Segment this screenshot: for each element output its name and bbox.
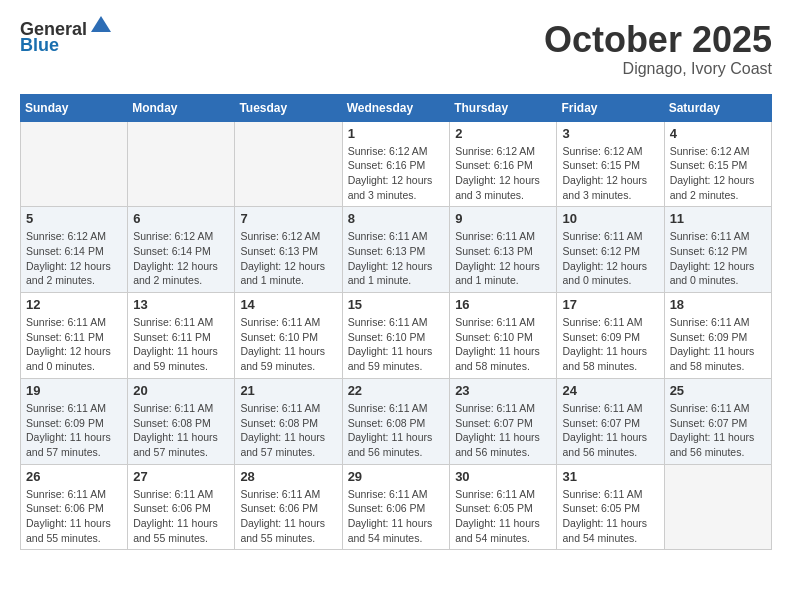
weekday-header-saturday: Saturday [664,94,771,121]
day-info: Sunrise: 6:11 AM Sunset: 6:07 PM Dayligh… [670,401,766,460]
calendar-cell: 27Sunrise: 6:11 AM Sunset: 6:06 PM Dayli… [128,464,235,550]
day-number: 19 [26,383,122,398]
weekday-header-sunday: Sunday [21,94,128,121]
day-info: Sunrise: 6:11 AM Sunset: 6:05 PM Dayligh… [562,487,658,546]
day-number: 25 [670,383,766,398]
calendar-week-row: 5Sunrise: 6:12 AM Sunset: 6:14 PM Daylig… [21,207,772,293]
day-info: Sunrise: 6:11 AM Sunset: 6:13 PM Dayligh… [455,229,551,288]
day-info: Sunrise: 6:11 AM Sunset: 6:09 PM Dayligh… [562,315,658,374]
day-info: Sunrise: 6:11 AM Sunset: 6:08 PM Dayligh… [133,401,229,460]
day-info: Sunrise: 6:11 AM Sunset: 6:11 PM Dayligh… [133,315,229,374]
weekday-header-friday: Friday [557,94,664,121]
calendar-cell: 5Sunrise: 6:12 AM Sunset: 6:14 PM Daylig… [21,207,128,293]
month-title: October 2025 [544,20,772,60]
calendar-cell: 23Sunrise: 6:11 AM Sunset: 6:07 PM Dayli… [450,378,557,464]
calendar-cell: 30Sunrise: 6:11 AM Sunset: 6:05 PM Dayli… [450,464,557,550]
day-info: Sunrise: 6:11 AM Sunset: 6:10 PM Dayligh… [240,315,336,374]
calendar-cell: 22Sunrise: 6:11 AM Sunset: 6:08 PM Dayli… [342,378,450,464]
day-number: 10 [562,211,658,226]
calendar-week-row: 12Sunrise: 6:11 AM Sunset: 6:11 PM Dayli… [21,293,772,379]
day-number: 8 [348,211,445,226]
calendar-week-row: 1Sunrise: 6:12 AM Sunset: 6:16 PM Daylig… [21,121,772,207]
calendar-cell: 3Sunrise: 6:12 AM Sunset: 6:15 PM Daylig… [557,121,664,207]
calendar-cell: 12Sunrise: 6:11 AM Sunset: 6:11 PM Dayli… [21,293,128,379]
calendar-cell: 11Sunrise: 6:11 AM Sunset: 6:12 PM Dayli… [664,207,771,293]
calendar-cell [235,121,342,207]
day-info: Sunrise: 6:11 AM Sunset: 6:06 PM Dayligh… [133,487,229,546]
day-info: Sunrise: 6:11 AM Sunset: 6:08 PM Dayligh… [240,401,336,460]
day-info: Sunrise: 6:11 AM Sunset: 6:09 PM Dayligh… [670,315,766,374]
calendar-cell [21,121,128,207]
day-number: 4 [670,126,766,141]
calendar-cell: 2Sunrise: 6:12 AM Sunset: 6:16 PM Daylig… [450,121,557,207]
title-block: October 2025 Dignago, Ivory Coast [544,20,772,78]
day-info: Sunrise: 6:12 AM Sunset: 6:16 PM Dayligh… [348,144,445,203]
calendar-cell: 4Sunrise: 6:12 AM Sunset: 6:15 PM Daylig… [664,121,771,207]
weekday-header-monday: Monday [128,94,235,121]
day-number: 7 [240,211,336,226]
day-info: Sunrise: 6:11 AM Sunset: 6:13 PM Dayligh… [348,229,445,288]
day-number: 12 [26,297,122,312]
day-info: Sunrise: 6:11 AM Sunset: 6:09 PM Dayligh… [26,401,122,460]
weekday-header-wednesday: Wednesday [342,94,450,121]
day-info: Sunrise: 6:11 AM Sunset: 6:10 PM Dayligh… [348,315,445,374]
day-info: Sunrise: 6:11 AM Sunset: 6:05 PM Dayligh… [455,487,551,546]
day-number: 22 [348,383,445,398]
logo-icon [89,14,113,38]
day-number: 5 [26,211,122,226]
day-number: 30 [455,469,551,484]
day-number: 16 [455,297,551,312]
day-info: Sunrise: 6:11 AM Sunset: 6:06 PM Dayligh… [348,487,445,546]
day-number: 1 [348,126,445,141]
day-number: 21 [240,383,336,398]
calendar-cell: 7Sunrise: 6:12 AM Sunset: 6:13 PM Daylig… [235,207,342,293]
day-info: Sunrise: 6:12 AM Sunset: 6:16 PM Dayligh… [455,144,551,203]
day-number: 29 [348,469,445,484]
logo-blue: Blue [20,36,113,56]
day-number: 2 [455,126,551,141]
calendar-cell: 1Sunrise: 6:12 AM Sunset: 6:16 PM Daylig… [342,121,450,207]
day-info: Sunrise: 6:11 AM Sunset: 6:06 PM Dayligh… [26,487,122,546]
calendar-cell: 21Sunrise: 6:11 AM Sunset: 6:08 PM Dayli… [235,378,342,464]
calendar-cell: 14Sunrise: 6:11 AM Sunset: 6:10 PM Dayli… [235,293,342,379]
calendar-cell: 20Sunrise: 6:11 AM Sunset: 6:08 PM Dayli… [128,378,235,464]
day-info: Sunrise: 6:11 AM Sunset: 6:12 PM Dayligh… [670,229,766,288]
day-info: Sunrise: 6:11 AM Sunset: 6:06 PM Dayligh… [240,487,336,546]
day-info: Sunrise: 6:12 AM Sunset: 6:15 PM Dayligh… [670,144,766,203]
calendar-cell: 19Sunrise: 6:11 AM Sunset: 6:09 PM Dayli… [21,378,128,464]
day-number: 17 [562,297,658,312]
calendar-cell: 17Sunrise: 6:11 AM Sunset: 6:09 PM Dayli… [557,293,664,379]
calendar-week-row: 19Sunrise: 6:11 AM Sunset: 6:09 PM Dayli… [21,378,772,464]
day-info: Sunrise: 6:12 AM Sunset: 6:15 PM Dayligh… [562,144,658,203]
svg-marker-0 [91,16,111,32]
day-number: 18 [670,297,766,312]
calendar-cell: 9Sunrise: 6:11 AM Sunset: 6:13 PM Daylig… [450,207,557,293]
day-number: 23 [455,383,551,398]
weekday-header-row: SundayMondayTuesdayWednesdayThursdayFrid… [21,94,772,121]
day-number: 26 [26,469,122,484]
calendar-cell: 31Sunrise: 6:11 AM Sunset: 6:05 PM Dayli… [557,464,664,550]
calendar-cell [128,121,235,207]
day-number: 15 [348,297,445,312]
day-info: Sunrise: 6:12 AM Sunset: 6:14 PM Dayligh… [133,229,229,288]
day-number: 13 [133,297,229,312]
day-info: Sunrise: 6:11 AM Sunset: 6:12 PM Dayligh… [562,229,658,288]
day-number: 6 [133,211,229,226]
calendar-cell: 8Sunrise: 6:11 AM Sunset: 6:13 PM Daylig… [342,207,450,293]
weekday-header-tuesday: Tuesday [235,94,342,121]
calendar-cell: 28Sunrise: 6:11 AM Sunset: 6:06 PM Dayli… [235,464,342,550]
calendar-cell [664,464,771,550]
day-info: Sunrise: 6:12 AM Sunset: 6:14 PM Dayligh… [26,229,122,288]
page-header: General Blue October 2025 Dignago, Ivory… [20,20,772,78]
day-number: 3 [562,126,658,141]
day-number: 28 [240,469,336,484]
day-info: Sunrise: 6:11 AM Sunset: 6:11 PM Dayligh… [26,315,122,374]
day-info: Sunrise: 6:11 AM Sunset: 6:07 PM Dayligh… [562,401,658,460]
day-number: 14 [240,297,336,312]
day-number: 31 [562,469,658,484]
day-number: 27 [133,469,229,484]
day-info: Sunrise: 6:12 AM Sunset: 6:13 PM Dayligh… [240,229,336,288]
calendar-cell: 6Sunrise: 6:12 AM Sunset: 6:14 PM Daylig… [128,207,235,293]
day-number: 20 [133,383,229,398]
day-info: Sunrise: 6:11 AM Sunset: 6:10 PM Dayligh… [455,315,551,374]
